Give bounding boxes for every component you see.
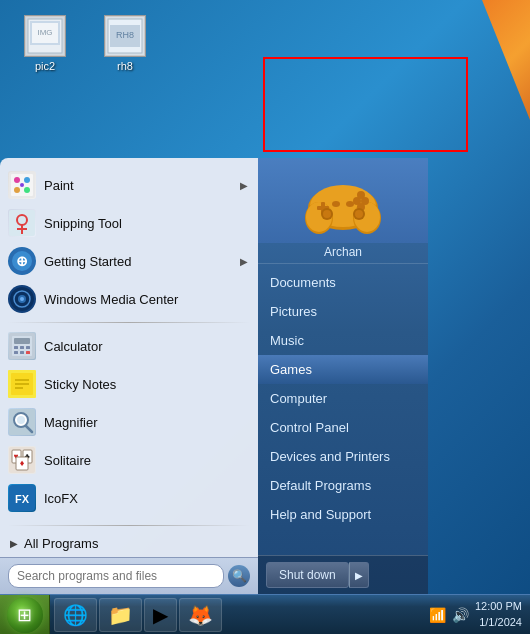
svg-text:⊕: ⊕ (16, 253, 28, 269)
shutdown-button[interactable]: Shut down (266, 562, 349, 588)
user-name-label: Archan (258, 243, 428, 264)
user-avatar-area (258, 158, 428, 243)
menu-item-getting-started[interactable]: ⊕ Getting Started ▶ (0, 242, 258, 280)
menu-item-sticky[interactable]: Sticky Notes (0, 365, 258, 403)
right-item-documents[interactable]: Documents (258, 268, 428, 297)
pic2-icon-image: IMG (24, 15, 66, 57)
menu-item-snipping[interactable]: Snipping Tool (0, 204, 258, 242)
snipping-label: Snipping Tool (44, 216, 122, 231)
taskbar-media-button[interactable]: ▶ (144, 598, 177, 632)
menu-divider-1 (8, 322, 250, 323)
desktop: IMG pic2 RH8 rh8 (0, 0, 530, 634)
desktop-icon-pic2[interactable]: IMG pic2 (10, 15, 80, 72)
menu-item-solitaire[interactable]: ♥ ♣ ♦ Solitaire (0, 441, 258, 479)
wmc-label: Windows Media Center (44, 292, 178, 307)
tray-network-icon[interactable]: 📶 (429, 607, 446, 623)
sticky-label: Sticky Notes (44, 377, 116, 392)
game-controller-icon (303, 166, 383, 236)
right-item-pictures[interactable]: Pictures (258, 297, 428, 326)
menu-item-paint[interactable]: Paint ▶ (0, 166, 258, 204)
calculator-icon (8, 332, 36, 360)
solitaire-icon: ♥ ♣ ♦ (8, 446, 36, 474)
right-item-control-panel[interactable]: Control Panel (258, 413, 428, 442)
svg-point-68 (323, 210, 331, 218)
left-panel: Paint ▶ Snipping Tool (0, 158, 258, 594)
menu-item-calculator[interactable]: Calculator (0, 327, 258, 365)
icofx-label: IcoFX (44, 491, 78, 506)
svg-point-15 (20, 183, 24, 187)
all-programs-arrow-icon: ▶ (10, 538, 18, 549)
magnifier-icon (8, 408, 36, 436)
getting-started-label: Getting Started (44, 254, 131, 269)
shutdown-area: Shut down ▶ (258, 555, 428, 594)
desktop-decoration (410, 0, 530, 200)
start-button[interactable]: ⊞ (0, 595, 50, 635)
games-highlight-box (263, 57, 468, 152)
menu-divider-bottom (8, 525, 250, 526)
tray-volume-icon[interactable]: 🔊 (452, 607, 469, 623)
search-input[interactable] (8, 564, 224, 588)
right-item-devices-printers[interactable]: Devices and Printers (258, 442, 428, 471)
svg-text:IMG: IMG (37, 28, 52, 37)
right-item-computer[interactable]: Computer (258, 384, 428, 413)
calculator-label: Calculator (44, 339, 103, 354)
windows-logo-icon: ⊞ (17, 604, 32, 626)
svg-text:FX: FX (15, 493, 30, 505)
folder-icon: 📁 (108, 603, 133, 627)
all-programs-item[interactable]: ▶ All Programs (0, 530, 258, 557)
pic2-label: pic2 (35, 60, 55, 72)
search-bar: 🔍 (0, 557, 258, 594)
svg-point-14 (24, 187, 30, 193)
all-programs-label: All Programs (24, 536, 98, 551)
svg-rect-29 (14, 338, 30, 344)
svg-point-63 (357, 191, 365, 199)
right-item-default-programs[interactable]: Default Programs (258, 471, 428, 500)
menu-item-icofx[interactable]: FX IcoFX (0, 479, 258, 517)
right-item-games[interactable]: Games (258, 355, 428, 384)
getting-started-arrow: ▶ (240, 256, 248, 267)
shutdown-arrow-icon: ▶ (355, 570, 363, 581)
svg-point-66 (346, 201, 354, 207)
taskbar-firefox-button[interactable]: 🦊 (179, 598, 222, 632)
svg-point-13 (14, 187, 20, 193)
search-submit-button[interactable]: 🔍 (228, 565, 250, 587)
right-menu-items: Documents Pictures Music Games Computer … (258, 264, 428, 555)
svg-point-65 (332, 201, 340, 207)
taskbar-ie-button[interactable]: 🌐 (54, 598, 97, 632)
svg-point-11 (14, 177, 20, 183)
snipping-icon (8, 209, 36, 237)
solitaire-label: Solitaire (44, 453, 91, 468)
menu-item-wmc[interactable]: Windows Media Center (0, 280, 258, 318)
svg-text:♦: ♦ (20, 458, 25, 468)
svg-rect-33 (14, 351, 18, 354)
start-orb: ⊞ (7, 597, 43, 633)
rh8-label: rh8 (117, 60, 133, 72)
right-item-music[interactable]: Music (258, 326, 428, 355)
svg-rect-30 (14, 346, 18, 349)
right-item-help-support[interactable]: Help and Support (258, 500, 428, 529)
wmc-icon (8, 285, 36, 313)
paint-label: Paint (44, 178, 74, 193)
shutdown-arrow-button[interactable]: ▶ (349, 562, 369, 588)
media-player-icon: ▶ (153, 603, 168, 627)
taskbar-folder-button[interactable]: 📁 (99, 598, 142, 632)
tray-date-value: 1/1/2024 (475, 615, 522, 630)
svg-rect-32 (26, 346, 30, 349)
svg-rect-34 (20, 351, 24, 354)
taskbar-items: 🌐 📁 ▶ 🦊 (50, 598, 421, 632)
desktop-icon-rh8[interactable]: RH8 rh8 (90, 15, 160, 72)
svg-point-26 (20, 297, 24, 301)
sticky-icon (8, 370, 36, 398)
svg-point-42 (17, 416, 25, 424)
getting-started-icon: ⊕ (8, 247, 36, 275)
magnifier-label: Magnifier (44, 415, 97, 430)
svg-rect-35 (26, 351, 30, 354)
tray-clock: 12:00 PM 1/1/2024 (475, 599, 522, 630)
icofx-icon: FX (8, 484, 36, 512)
rh8-icon-image: RH8 (104, 15, 146, 57)
paint-arrow: ▶ (240, 180, 248, 191)
svg-rect-31 (20, 346, 24, 349)
menu-item-magnifier[interactable]: Magnifier (0, 403, 258, 441)
taskbar: ⊞ 🌐 📁 ▶ 🦊 📶 🔊 12:00 PM 1/1/2024 (0, 594, 530, 634)
firefox-icon: 🦊 (188, 603, 213, 627)
